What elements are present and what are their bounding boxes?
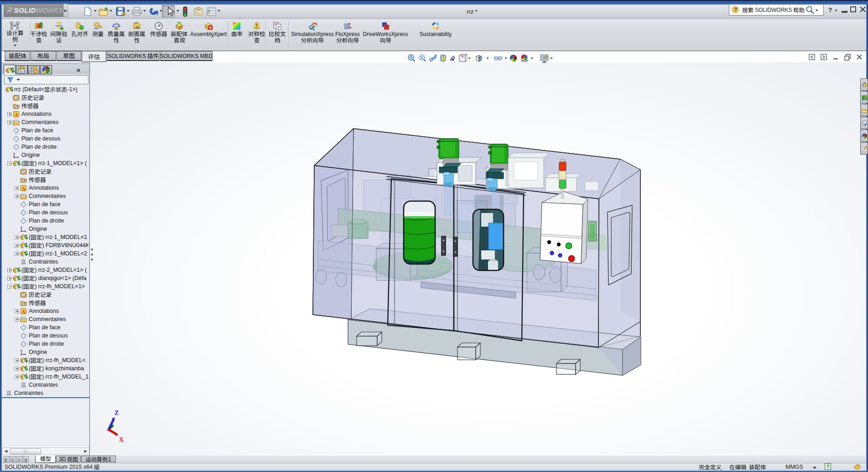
svg-text:X: X	[119, 436, 124, 443]
svg-text:?: ?	[734, 7, 737, 12]
svg-text:A: A	[15, 112, 18, 117]
svg-text:?: ?	[277, 25, 280, 30]
svg-text:Z: Z	[114, 410, 119, 416]
svg-text:A: A	[22, 309, 26, 314]
svg-text:A: A	[22, 186, 26, 191]
